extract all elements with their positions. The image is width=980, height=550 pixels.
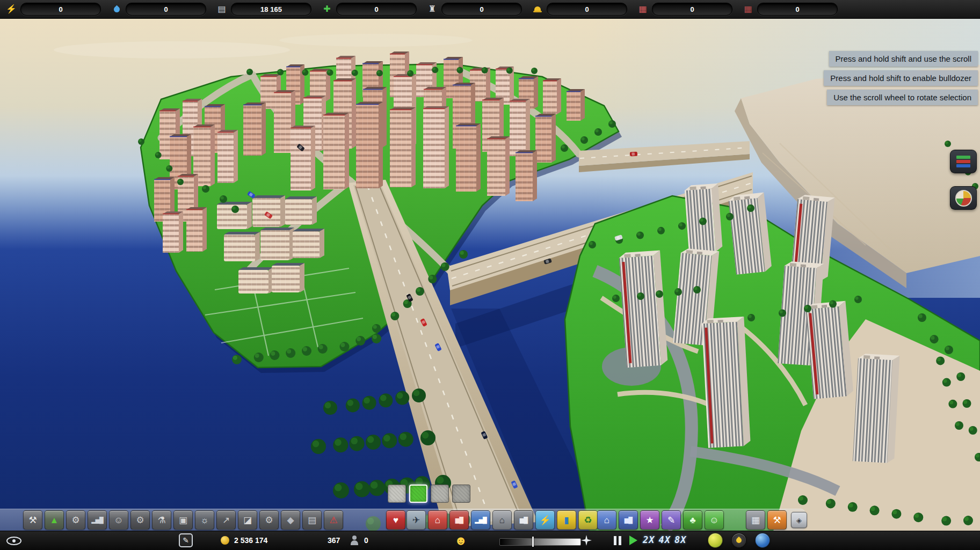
commercial-low-button[interactable]: ⌂ — [428, 510, 447, 530]
culture-button[interactable]: ★ — [640, 510, 659, 530]
containers-panel-button[interactable] — [950, 150, 977, 173]
blocks-icon: ▦ — [751, 516, 760, 525]
landmark-counter: ♜0 — [426, 3, 532, 16]
speed-8x-button[interactable]: 8X — [674, 534, 686, 545]
toolbar-group-zones-a: ✈⌂▆█▂▅█⌂▆█⚡▮♻ — [406, 510, 598, 530]
industry-low-button[interactable]: ⌂ — [492, 510, 512, 530]
health-button[interactable]: ♥ — [386, 510, 405, 530]
power-icon: ⚡ — [539, 516, 550, 525]
research-button[interactable]: ⚗ — [152, 510, 171, 530]
blocks-button[interactable]: ▦ — [746, 510, 765, 530]
stats-button[interactable]: ▂▅█ — [88, 510, 107, 530]
toolbar-group-blocks: ▦ — [746, 510, 765, 530]
recreation-button[interactable]: ☺ — [705, 510, 724, 530]
goods-icon: ▦ — [637, 5, 649, 13]
air-transport-icon: ✈ — [412, 516, 420, 525]
day-night-slider[interactable] — [499, 538, 581, 546]
market-panel-button[interactable] — [950, 186, 977, 210]
person-icon — [350, 536, 359, 545]
texture-gravel[interactable] — [452, 485, 470, 503]
blueprint-button[interactable]: ▣ — [173, 510, 193, 530]
population-value: 0 — [364, 536, 368, 545]
freight-counter: ▦0 — [742, 3, 847, 16]
culture-icon: ★ — [645, 516, 654, 525]
business-button[interactable]: ▂▅█ — [471, 510, 490, 530]
counter-value: 18 165 — [231, 3, 311, 16]
stats-icon: ▂▅█ — [91, 517, 103, 523]
recreation-icon: ☺ — [709, 516, 718, 525]
hazard-icon: ⚠ — [329, 516, 337, 525]
hint: Press and hold shift to enable bulldozer — [824, 70, 978, 86]
eraser-icon: ◪ — [243, 516, 252, 525]
oil-overlay-button[interactable] — [731, 533, 746, 548]
social-button[interactable]: ☺ — [109, 510, 128, 530]
windmill-button[interactable]: ☼ — [195, 510, 214, 530]
education-button[interactable]: ✎ — [662, 510, 681, 530]
storage-button[interactable]: ▤ — [302, 510, 322, 530]
business-icon: ▂▅█ — [475, 517, 487, 523]
sphere-overlay-button[interactable] — [708, 533, 723, 548]
water-icon: ▮ — [564, 516, 569, 525]
texture-grass[interactable] — [409, 485, 427, 503]
terrain-swatch-row — [388, 485, 470, 503]
industry-high-button[interactable]: ▆█ — [514, 510, 533, 530]
freight-icon: ▦ — [742, 5, 754, 13]
blueprint-icon: ▣ — [179, 516, 187, 525]
counter-value: 0 — [20, 3, 101, 16]
texture-stone[interactable] — [431, 485, 449, 503]
tools-icon: ⚒ — [28, 516, 37, 525]
pencil-icon[interactable]: ✎ — [179, 533, 193, 547]
toolbar-group-construction: ⚒ — [767, 510, 787, 530]
hardhat-icon — [532, 6, 543, 12]
wrench-button[interactable]: ⚙ — [66, 510, 85, 530]
counter-value: 0 — [126, 3, 206, 16]
hazard-button[interactable]: ⚠ — [324, 510, 343, 530]
sanitation-button[interactable]: ♻ — [578, 510, 598, 530]
commercial-low-icon: ⌂ — [435, 516, 440, 525]
slider-handle[interactable] — [532, 537, 534, 547]
commercial-high-button[interactable]: ▆█ — [449, 510, 469, 530]
eraser-button[interactable]: ◪ — [238, 510, 257, 530]
lightning-icon: ⚡ — [5, 5, 17, 13]
mechanics-button[interactable]: ⚙ — [130, 510, 150, 530]
toolbar-group-misc: ◈ — [791, 510, 807, 528]
eye-icon[interactable] — [6, 537, 21, 545]
play-button[interactable] — [629, 536, 637, 545]
power-counter: ⚡0 — [5, 3, 111, 16]
overlay-buttons — [708, 533, 770, 548]
residential-high-button[interactable]: ▆█ — [619, 510, 638, 530]
money-value: 2 536 174 — [234, 536, 267, 545]
rock-button[interactable]: ◆ — [281, 510, 300, 530]
social-icon: ☺ — [114, 516, 123, 525]
parks-button[interactable]: ♣ — [683, 510, 702, 530]
power-button[interactable]: ⚡ — [535, 510, 555, 530]
counter-value: 0 — [757, 3, 838, 16]
counter-value: 0 — [547, 3, 627, 16]
terrain-icon: ▲ — [50, 516, 59, 525]
terrain-button[interactable]: ▲ — [45, 510, 64, 530]
wrench-icon: ⚙ — [71, 516, 79, 525]
industry-high-icon: ▆█ — [520, 517, 527, 523]
growth-counter: ✚0 — [321, 3, 426, 16]
smiley-icon[interactable]: ☻ — [454, 533, 467, 548]
texture-rock[interactable] — [388, 485, 406, 503]
tools-button[interactable]: ⚒ — [23, 510, 42, 530]
graph-button[interactable]: ↗ — [216, 510, 236, 530]
hint: Use the scroll wheel to rotate selection — [827, 90, 978, 105]
water-button[interactable]: ▮ — [557, 510, 576, 530]
gear-button[interactable]: ⚙ — [259, 510, 279, 530]
water-overlay-button[interactable] — [755, 533, 770, 548]
education-icon: ✎ — [667, 516, 675, 525]
speed-4x-button[interactable]: 4X — [658, 534, 670, 545]
storage-icon: ▤ — [308, 516, 316, 525]
speed-controls: 2X4X8X — [643, 534, 686, 545]
speed-2x-button[interactable]: 2X — [643, 534, 655, 545]
sanitation-icon: ♻ — [584, 516, 592, 525]
side-panel — [950, 150, 977, 210]
crane-button[interactable]: ⚒ — [767, 510, 787, 530]
misc-button[interactable]: ◈ — [791, 512, 807, 528]
air-transport-button[interactable]: ✈ — [406, 510, 426, 530]
residential-low-button[interactable]: ⌂ — [597, 510, 616, 530]
pause-button[interactable] — [614, 536, 621, 545]
misc-icon: ◈ — [796, 517, 802, 524]
